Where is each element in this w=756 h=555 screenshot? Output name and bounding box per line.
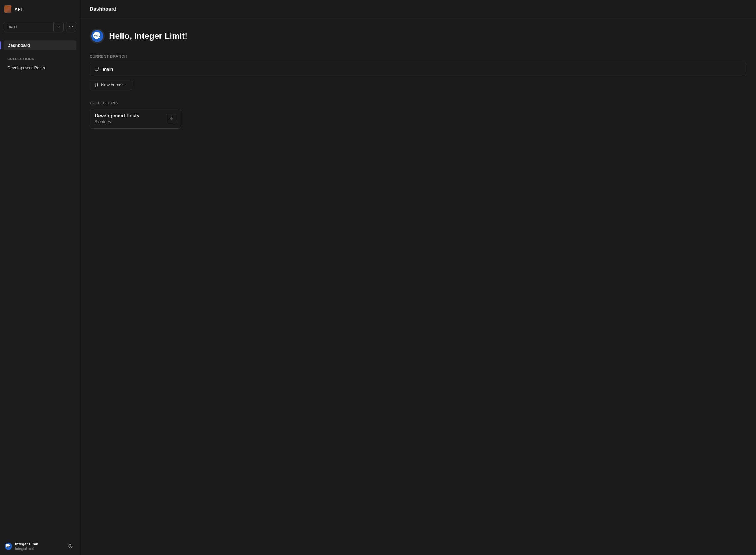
moon-icon	[68, 544, 73, 549]
collection-card-development-posts[interactable]: Development Posts 9 entries	[90, 109, 181, 129]
user-info[interactable]: Integer Limit IntegerLimit	[15, 542, 63, 551]
main-area: Dashboard 2^31-1 Hello, Integer Limit! C…	[80, 0, 756, 555]
new-branch-label: New branch…	[101, 83, 128, 87]
branch-chevron-button[interactable]	[53, 22, 63, 32]
main-content: 2^31-1 Hello, Integer Limit! CURRENT BRA…	[80, 18, 756, 139]
branch-selector: main	[4, 22, 64, 32]
collection-card-count: 9 entries	[95, 119, 159, 124]
user-handle: IntegerLimit	[15, 547, 63, 551]
greeting-avatar: 2^31-1	[90, 29, 105, 44]
sidebar: AFT main Dashboard COLLECTIONS Developme…	[0, 0, 80, 555]
collection-add-button[interactable]	[166, 114, 176, 123]
sidebar-nav: Dashboard COLLECTIONS Development Posts	[0, 36, 80, 73]
app-root: AFT main Dashboard COLLECTIONS Developme…	[0, 0, 756, 555]
chevron-down-icon	[56, 25, 61, 29]
svg-point-2	[72, 27, 73, 27]
main-header: Dashboard	[80, 0, 756, 18]
sidebar-section-header-collections: COLLECTIONS	[0, 52, 80, 63]
sidebar-item-label: Dashboard	[7, 43, 30, 48]
branch-plus-icon	[94, 83, 99, 87]
sidebar-item-development-posts[interactable]: Development Posts	[4, 63, 76, 73]
project-name: AFT	[14, 7, 23, 12]
theme-toggle-button[interactable]	[66, 542, 75, 551]
sidebar-footer: 2^31-1 Integer Limit IntegerLimit	[0, 538, 80, 555]
section-label-current-branch: CURRENT BRANCH	[90, 54, 746, 58]
collection-card-info: Development Posts 9 entries	[95, 113, 159, 124]
project-logo	[4, 5, 11, 13]
section-label-collections: COLLECTIONS	[90, 101, 746, 105]
user-display-name: Integer Limit	[15, 542, 63, 547]
svg-point-0	[70, 27, 70, 27]
branch-select-button[interactable]: main	[4, 22, 53, 32]
greeting-text: Hello, Integer Limit!	[109, 31, 187, 41]
new-branch-button[interactable]: New branch…	[90, 80, 132, 90]
branch-more-button[interactable]	[66, 22, 76, 32]
current-branch-card[interactable]: main	[90, 62, 746, 76]
current-branch-name: main	[103, 67, 113, 72]
branch-selector-row: main	[0, 18, 80, 36]
branch-icon	[95, 67, 100, 72]
svg-point-1	[71, 27, 72, 27]
greeting: 2^31-1 Hello, Integer Limit!	[90, 29, 746, 44]
sidebar-item-label: Development Posts	[7, 66, 45, 70]
page-title: Dashboard	[90, 6, 746, 12]
project-header[interactable]: AFT	[0, 0, 80, 18]
user-avatar[interactable]: 2^31-1	[5, 543, 12, 550]
plus-icon	[169, 117, 174, 121]
collections-grid: Development Posts 9 entries	[90, 109, 746, 129]
collection-card-title: Development Posts	[95, 113, 159, 119]
more-horizontal-icon	[69, 24, 74, 29]
sidebar-item-dashboard[interactable]: Dashboard	[4, 40, 76, 50]
greeting-avatar-text: 2^31-1	[91, 30, 103, 42]
avatar-text: 2^31-1	[5, 543, 12, 550]
